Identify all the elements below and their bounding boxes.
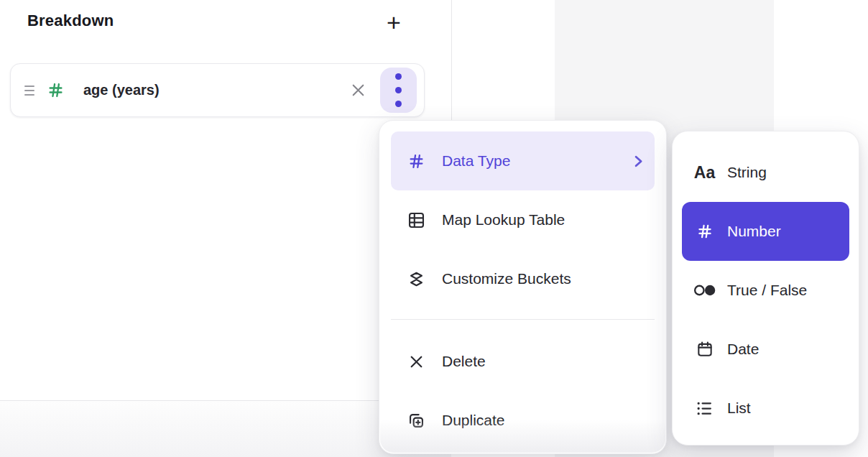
field-label: age (years) bbox=[83, 82, 160, 98]
menu-divider bbox=[391, 319, 655, 320]
plus-icon: + bbox=[387, 10, 401, 34]
stack-icon bbox=[405, 269, 427, 289]
field-options-button[interactable] bbox=[380, 68, 417, 113]
x-icon bbox=[405, 353, 427, 371]
menu-item-label: Customize Buckets bbox=[442, 270, 571, 287]
menu-item-label: Delete bbox=[442, 353, 486, 370]
chevron-right-icon bbox=[634, 155, 643, 167]
menu-item-delete[interactable]: Delete bbox=[391, 332, 655, 391]
copy-plus-icon bbox=[405, 411, 427, 430]
calendar-icon bbox=[691, 340, 718, 359]
hash-icon bbox=[691, 222, 718, 241]
add-breakdown-button[interactable]: + bbox=[380, 6, 407, 39]
menu-item-duplicate[interactable]: Duplicate bbox=[391, 391, 655, 450]
context-menu: Data Type Map Lookup Table Customize Buc… bbox=[379, 120, 667, 454]
submenu-item-label: List bbox=[727, 400, 751, 417]
submenu-item-label: Number bbox=[727, 223, 781, 240]
kebab-dot bbox=[395, 87, 402, 93]
submenu-item-true-false[interactable]: True / False bbox=[682, 261, 849, 320]
menu-item-data-type[interactable]: Data Type bbox=[391, 131, 655, 190]
breakdown-title: Breakdown bbox=[27, 11, 114, 30]
page-background: Breakdown + age (years) Data Type bbox=[0, 0, 868, 457]
remove-field-button[interactable] bbox=[348, 80, 369, 101]
menu-item-customize-buckets[interactable]: Customize Buckets bbox=[391, 249, 655, 308]
table-icon bbox=[405, 211, 427, 230]
drag-handle-icon[interactable] bbox=[24, 86, 34, 96]
hash-icon bbox=[405, 152, 427, 171]
list-icon bbox=[691, 399, 718, 418]
menu-item-map-lookup-table[interactable]: Map Lookup Table bbox=[391, 190, 655, 249]
submenu-item-number[interactable]: Number bbox=[682, 202, 849, 261]
menu-item-label: Data Type bbox=[442, 152, 510, 170]
submenu-item-list[interactable]: List bbox=[682, 379, 849, 438]
data-type-submenu: Aa String Number True / False Date Lis bbox=[672, 131, 859, 446]
submenu-item-label: True / False bbox=[727, 282, 807, 299]
submenu-item-date[interactable]: Date bbox=[682, 320, 849, 379]
kebab-dot bbox=[395, 101, 402, 107]
kebab-dot bbox=[395, 73, 402, 80]
submenu-item-label: Date bbox=[727, 341, 759, 358]
boolean-circles-icon bbox=[691, 282, 718, 299]
number-type-icon bbox=[46, 80, 65, 100]
close-icon bbox=[349, 81, 367, 99]
menu-item-label: Duplicate bbox=[442, 412, 505, 429]
breakdown-field-chip[interactable]: age (years) bbox=[10, 63, 425, 117]
menu-item-label: Map Lookup Table bbox=[442, 211, 565, 228]
aa-icon: Aa bbox=[691, 163, 718, 183]
submenu-item-string[interactable]: Aa String bbox=[682, 143, 849, 202]
submenu-item-label: String bbox=[727, 164, 767, 181]
